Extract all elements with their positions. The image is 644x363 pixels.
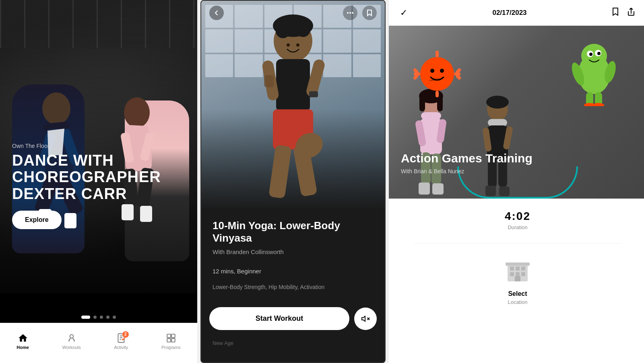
log-workout-title: Action Games Training With Brian & Bella…: [401, 151, 634, 174]
svg-point-84: [486, 96, 509, 109]
duration-row: 4:02 Duration: [403, 210, 632, 230]
activity-badge: 2: [122, 331, 129, 338]
svg-rect-49: [436, 91, 439, 97]
svg-point-18: [70, 334, 73, 338]
bookmark-icon[interactable]: [612, 7, 619, 18]
svg-point-58: [440, 69, 444, 73]
svg-rect-101: [515, 276, 520, 281]
log-actions: [612, 7, 635, 18]
nav-workouts[interactable]: Workouts: [62, 333, 81, 350]
workout-stats: 4:02 Duration: [389, 199, 644, 316]
dot-5[interactable]: [113, 316, 116, 319]
svg-rect-37: [264, 75, 274, 87]
explore-button[interactable]: Explore: [12, 211, 62, 229]
mute-button[interactable]: [354, 308, 377, 330]
log-workout-name: Action Games Training: [401, 151, 634, 166]
svg-rect-96: [516, 267, 520, 271]
share-icon[interactable]: [627, 7, 635, 18]
svg-rect-48: [436, 51, 439, 57]
workout-tags: Lower-Body Strength, Hip Mobility, Activ…: [213, 283, 374, 291]
svg-point-9: [124, 97, 150, 128]
divider: [415, 243, 621, 244]
workout-actions: Start Workout: [201, 307, 385, 330]
more-options-button[interactable]: [343, 6, 357, 20]
svg-point-43: [287, 43, 290, 47]
back-button[interactable]: [209, 6, 224, 20]
svg-point-29: [352, 12, 353, 14]
duration-label: Duration: [508, 224, 527, 230]
nav-home-label: Home: [17, 345, 29, 350]
nav-activity-label: Activity: [114, 345, 128, 350]
cartoon-character: [566, 42, 622, 106]
nav-programs[interactable]: Programs: [161, 333, 181, 350]
svg-rect-95: [510, 267, 514, 271]
svg-rect-26: [171, 338, 175, 342]
hero-overlay: Own The Floor DANCE WITH CHOREOGRAPHER D…: [12, 143, 149, 229]
svg-rect-98: [510, 272, 514, 276]
workout-date: 02/17/2023: [492, 9, 526, 17]
ceiling-decoration: [0, 0, 197, 48]
svg-rect-34: [276, 59, 310, 111]
svg-point-28: [349, 12, 351, 14]
nav-home[interactable]: Home: [17, 333, 29, 350]
dot-2[interactable]: [93, 316, 97, 319]
svg-rect-39: [268, 145, 292, 199]
svg-rect-78: [419, 183, 430, 195]
location-icon-container: [502, 253, 534, 285]
workout-info: 10-Min Yoga: Lower-Body Vinyasa With Bra…: [201, 210, 385, 314]
svg-point-60: [581, 44, 607, 68]
dot-4[interactable]: [106, 316, 109, 319]
svg-point-56: [422, 59, 452, 89]
svg-rect-79: [432, 183, 444, 195]
svg-rect-97: [521, 267, 525, 271]
svg-rect-23: [167, 334, 171, 338]
svg-point-27: [347, 12, 349, 14]
start-workout-button[interactable]: Start Workout: [209, 307, 349, 330]
svg-point-44: [296, 43, 299, 47]
hero-subtitle: Own The Floor: [12, 143, 149, 149]
athlete-illustration: [229, 9, 357, 210]
location-sublabel: Location: [508, 299, 527, 305]
svg-point-32: [276, 24, 290, 38]
workouts-icon: [66, 333, 77, 343]
svg-point-70: [593, 103, 604, 106]
select-location-label[interactable]: Select: [508, 290, 527, 297]
workout-title: 10-Min Yoga: Lower-Body Vinyasa: [213, 219, 374, 244]
programs-icon: [166, 333, 176, 343]
log-hero: Action Games Training With Brian & Bella…: [389, 26, 644, 199]
carousel-dots: [81, 316, 116, 319]
location-section: Select Location: [403, 253, 632, 305]
bottom-nav: Home Workouts: [0, 323, 197, 363]
screen-workout-detail: 10-Min Yoga: Lower-Body Vinyasa With Bra…: [200, 0, 386, 363]
svg-point-0: [42, 92, 70, 125]
svg-rect-94: [506, 263, 530, 266]
log-instructor: With Brian & Bella Nunez: [401, 168, 634, 174]
svg-point-64: [597, 52, 601, 55]
top-bar-actions: [343, 6, 377, 20]
hero-section: Own The Floor DANCE WITH CHOREOGRAPHER D…: [0, 0, 197, 293]
checkmark-icon[interactable]: ✓: [400, 8, 407, 18]
screen-home: Own The Floor DANCE WITH CHOREOGRAPHER D…: [0, 0, 197, 363]
svg-rect-42: [309, 91, 318, 97]
svg-point-63: [589, 53, 592, 56]
instructor-name: With Branden Collinsworth: [213, 248, 374, 255]
log-top-bar: ✓ 02/17/2023: [389, 0, 644, 26]
nav-workouts-label: Workouts: [62, 345, 81, 350]
svg-point-57: [430, 69, 434, 73]
workout-duration: 12 mins, Beginner: [213, 267, 374, 276]
genre-label: New Age: [213, 340, 233, 346]
nav-programs-label: Programs: [161, 345, 181, 350]
gym-building-icon: [504, 255, 532, 283]
bookmark-button[interactable]: [362, 6, 377, 20]
duration-value: 4:02: [505, 210, 530, 223]
svg-rect-25: [167, 338, 171, 342]
svg-rect-24: [171, 334, 175, 338]
nav-activity[interactable]: 2 Activity: [114, 333, 128, 350]
hero-image: [201, 1, 385, 210]
top-bar: [201, 1, 385, 25]
home-icon: [18, 333, 28, 343]
hero-title: DANCE WITH CHOREOGRAPHER DEXTER CARR: [12, 152, 149, 203]
dot-1[interactable]: [81, 316, 90, 319]
dot-3[interactable]: [100, 316, 103, 319]
svg-rect-99: [516, 272, 520, 276]
